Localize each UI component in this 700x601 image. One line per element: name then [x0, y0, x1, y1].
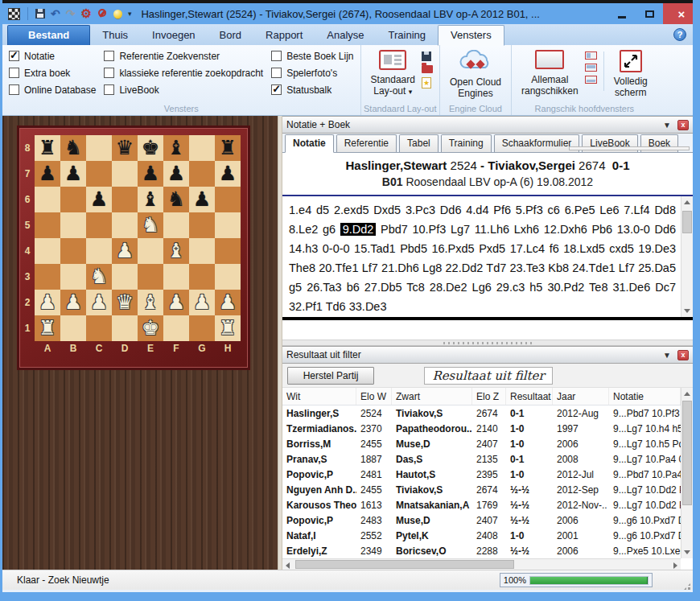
load-layout-icon[interactable] [422, 65, 433, 73]
square-g5[interactable] [189, 212, 215, 238]
column-header-jaar[interactable]: Jaar [553, 388, 609, 405]
square-h3[interactable] [215, 264, 241, 290]
panel-menu-icon[interactable]: ▼ [663, 351, 671, 360]
ribbon-tab-bestand[interactable]: Bestand [7, 25, 90, 45]
square-b1[interactable] [60, 315, 86, 341]
checkbox-referentie-zoekvenster[interactable]: Referentie Zoekvenster [104, 50, 263, 62]
move[interactable]: 15.Tad1 [354, 242, 396, 255]
column-header-resultaat[interactable]: Resultaat [506, 388, 553, 405]
tabstrip-scrollbar[interactable] [569, 146, 690, 150]
tile-vertical-icon[interactable] [585, 51, 597, 60]
save-layout-icon[interactable] [422, 51, 431, 61]
move[interactable]: Pbd7 [381, 223, 408, 236]
checkbox-box[interactable] [9, 68, 19, 78]
move[interactable]: 4.d4 [466, 204, 488, 216]
ribbon-tab-rapport[interactable]: Rapport [253, 26, 315, 45]
table-row[interactable]: Borriss,M2455Muse,D24071-020069...Lg7 10… [282, 436, 681, 451]
undo-icon[interactable]: ↶ [51, 8, 60, 19]
table-row[interactable]: Erdelyi,Z2349Boricsev,O2288½-½20069...Px… [282, 543, 681, 558]
square-g1[interactable] [189, 315, 215, 341]
move[interactable]: 31.De6 [612, 281, 650, 294]
square-e7[interactable]: ♟ [138, 161, 163, 187]
move[interactable]: 26.Ta3 [307, 281, 342, 294]
table-row[interactable]: Karousos Theo..1613Mnatsakanian,A1769½-½… [282, 497, 681, 512]
square-h6[interactable] [215, 187, 241, 212]
notation-close-icon[interactable]: x [677, 120, 689, 130]
square-d1[interactable] [112, 315, 138, 341]
square-a3[interactable] [35, 264, 60, 290]
move[interactable]: Lxh6 [514, 223, 539, 236]
move[interactable]: cxd5 [609, 242, 634, 255]
table-row[interactable]: Nguyen Anh D..2455Tiviakov,S2674½-½2012-… [282, 482, 681, 497]
move[interactable]: Pbd5 [400, 242, 427, 255]
move-list[interactable]: 1.e4 d5 2.exd5 Dxd5 3.Pc3 Dd6 4.d4 Pf6 5… [282, 196, 681, 317]
checkbox-livebook[interactable]: LiveBook [104, 84, 263, 96]
checkbox-spelerfoto-s[interactable]: Spelerfoto's [271, 67, 353, 79]
move[interactable]: 1.e4 [289, 204, 311, 216]
square-f5[interactable] [163, 212, 189, 238]
column-header-wit[interactable]: Wit [282, 388, 356, 405]
ribbon-tab-invoegen[interactable]: Invoegen [140, 26, 208, 45]
standaard-layout-button[interactable]: Standaard Lay-out ▾ [368, 50, 418, 102]
square-c7[interactable] [86, 161, 112, 187]
square-b4[interactable] [60, 238, 86, 264]
square-d4[interactable]: ♟ [112, 238, 138, 264]
move[interactable]: 0-0-0 [323, 242, 350, 255]
square-h4[interactable] [215, 238, 241, 264]
move[interactable]: Tc8 [406, 281, 425, 294]
move[interactable]: Lf7 [362, 261, 378, 274]
checkbox-box[interactable] [104, 84, 114, 95]
move[interactable]: 16.Pxd5 [431, 242, 474, 255]
ribbon-tab-training[interactable]: Training [377, 26, 438, 45]
scroll-up-icon[interactable] [684, 200, 690, 204]
square-h2[interactable]: ♟ [215, 290, 241, 315]
move[interactable]: Lg6 [472, 281, 492, 294]
table-row[interactable]: Popovic,P2483Muse,D2407½-½20069...g6 10.… [282, 512, 681, 528]
checkbox-box[interactable] [104, 68, 114, 78]
notation-tab-referentie[interactable]: Referentie [336, 134, 397, 152]
move[interactable]: 21.Dh6 [381, 261, 419, 274]
square-d2[interactable]: ♛ [112, 290, 138, 315]
wrench-icon[interactable] [97, 9, 108, 19]
cascade-icon[interactable] [585, 76, 597, 84]
square-a5[interactable] [35, 212, 60, 238]
redo-icon[interactable]: ↷ [66, 8, 76, 19]
move[interactable]: Pb6 [591, 223, 612, 236]
column-header-zwart[interactable]: Zwart [392, 388, 472, 405]
square-e2[interactable]: ♝ [138, 290, 163, 315]
move[interactable]: f6 [550, 242, 559, 255]
move[interactable]: 12.Dxh6 [544, 223, 587, 236]
chess-board[interactable]: 8♜♞♛♚♝♜7♟♟♟♟♟6♟♝♞♟5♞4♟♝3♞2♟♟♟♛♝♟♟♟1♜♚♜AB… [17, 126, 250, 370]
scroll-down-icon[interactable] [684, 309, 690, 313]
scroll-thumb[interactable] [682, 211, 692, 233]
open-cloud-engines-button[interactable]: Open Cloud Engines [447, 50, 504, 99]
move[interactable]: c6 [548, 204, 560, 216]
move[interactable]: 10.Pf3 [412, 223, 446, 236]
square-h5[interactable] [215, 212, 241, 238]
table-row[interactable]: Nataf,I2552Pytel,K24081-020019...g6 10.P… [282, 528, 681, 543]
move[interactable]: Pf6 [493, 204, 511, 216]
square-a8[interactable]: ♜ [35, 135, 60, 161]
square-c5[interactable] [86, 212, 112, 238]
scroll-up-icon[interactable] [684, 392, 690, 396]
square-g3[interactable] [189, 264, 215, 290]
save-icon[interactable] [35, 9, 45, 19]
resize-grip[interactable] [683, 582, 691, 591]
table-row[interactable]: Popovic,P2481Hautot,S23951-02012-Jul9...… [282, 467, 681, 482]
notation-tab-tabel[interactable]: Tabel [399, 134, 439, 152]
checkbox-klassieke-referentie-zoekopdracht[interactable]: klassieke referentie zoekopdracht [104, 67, 263, 79]
square-e3[interactable] [138, 264, 163, 290]
square-e6[interactable]: ♝ [138, 187, 163, 212]
table-row[interactable]: Tzermiadianos..2370Papatheodorou..21401-… [282, 421, 681, 436]
square-h1[interactable]: ♜ [215, 315, 241, 341]
move[interactable]: 33.De3 [349, 300, 387, 313]
move[interactable]: 7.Lf4 [624, 204, 649, 216]
move[interactable]: 17.Lc4 [510, 242, 546, 255]
move[interactable]: 14.h3 [289, 242, 318, 255]
move[interactable]: Le6 [599, 204, 619, 216]
ribbon-tab-vensters[interactable]: Vensters [438, 25, 504, 46]
column-header-elo-w[interactable]: Elo W [356, 388, 392, 405]
checkbox-box[interactable] [271, 68, 282, 78]
square-c6[interactable]: ♟ [86, 187, 112, 212]
move[interactable]: Dd8 [654, 204, 676, 216]
